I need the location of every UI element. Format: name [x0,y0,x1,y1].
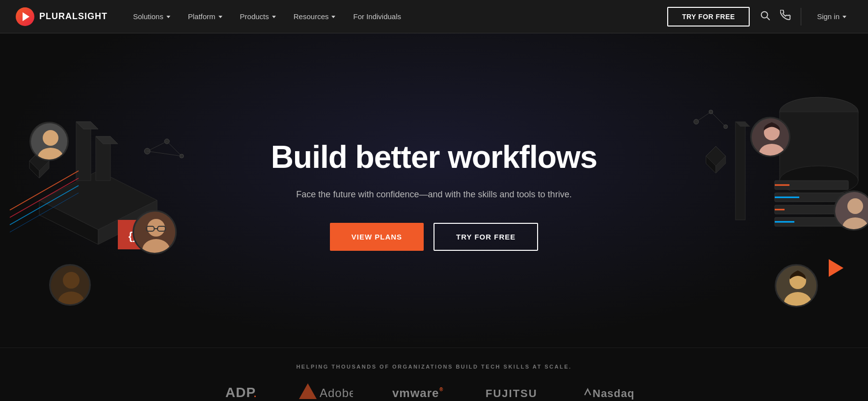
svg-text:®: ® [439,387,443,392]
phone-icon[interactable] [780,10,791,23]
hero-title: Build better workflows [271,140,597,174]
chevron-down-icon [331,16,335,18]
hero-illustration-right [657,73,868,328]
svg-marker-48 [829,259,843,277]
nav-links: Solutions Platform Products Resources Fo… [125,8,667,25]
try-free-hero-button[interactable]: TRY FOR FREE [434,223,538,251]
navbar: PLURALSIGHT Solutions Platform Products … [0,0,868,33]
svg-point-63 [847,198,863,214]
chevron-down-icon [272,16,276,18]
logo-icon [16,7,34,26]
svg-rect-52 [735,122,745,220]
svg-point-35 [63,272,80,289]
nav-for-individuals[interactable]: For Individuals [345,8,409,25]
nav-resources[interactable]: Resources [286,8,344,25]
logos-section: HELPING THOUSANDS OF ORGANIZATIONS BUILD… [0,348,868,401]
svg-point-29 [147,219,165,237]
logo-adobe: Adobe [299,383,353,401]
hero-illustration-left: {} [0,73,211,328]
svg-marker-70 [299,383,317,399]
svg-text:Adobe: Adobe [320,386,353,400]
svg-line-57 [696,112,711,122]
view-plans-button[interactable]: VIEW PLANS [330,223,424,251]
nav-solutions[interactable]: Solutions [125,8,178,25]
logo-adp: ADP . [225,383,260,401]
chevron-down-icon [166,16,170,18]
nav-right: TRY FOR FREE Sign in [667,7,852,27]
logos-row: ADP . Adobe vmware ® FUJITSU Nasda [0,383,868,401]
avatar-3 [49,264,91,306]
nav-products[interactable]: Products [232,8,284,25]
hero-buttons: VIEW PLANS TRY FOR FREE [271,223,597,251]
svg-text:.: . [254,389,257,399]
svg-line-23 [167,141,182,156]
chevron-down-icon [842,16,846,18]
avatar-4 [750,117,790,157]
svg-line-1 [767,17,769,20]
search-icon[interactable] [760,10,770,23]
svg-text:Nasdaq: Nasdaq [593,387,634,400]
svg-marker-5 [76,122,91,181]
hero-subtitle: Face the future with confidence—and with… [271,188,597,201]
logos-tagline: HELPING THOUSANDS OF ORGANIZATIONS BUILD… [0,364,868,370]
hero-section: {} [0,33,868,348]
chevron-down-icon [218,16,222,18]
avatar-2 [133,210,177,254]
logo-text: PLURALSIGHT [39,11,108,22]
nav-platform[interactable]: Platform [180,8,230,25]
logo[interactable]: PLURALSIGHT [16,7,108,26]
svg-line-22 [147,141,167,151]
svg-text:FUJITSU: FUJITSU [486,387,538,400]
nav-divider [801,8,801,26]
svg-line-58 [711,112,726,127]
svg-line-24 [147,151,182,156]
avatar-1 [29,122,69,161]
hero-content: Build better workflows Face the future w… [261,110,607,270]
avatar-6 [775,264,818,307]
logo-fujitsu: FUJITSU [486,383,544,401]
svg-point-26 [43,130,58,146]
logo-vmware: vmware ® [392,383,446,401]
try-free-button[interactable]: TRY FOR FREE [667,7,750,27]
svg-text:vmware: vmware [392,386,439,400]
sign-in-button[interactable]: Sign in [811,8,852,25]
svg-text:ADP: ADP [225,385,256,400]
logo-nasdaq: Nasdaq [584,383,643,401]
